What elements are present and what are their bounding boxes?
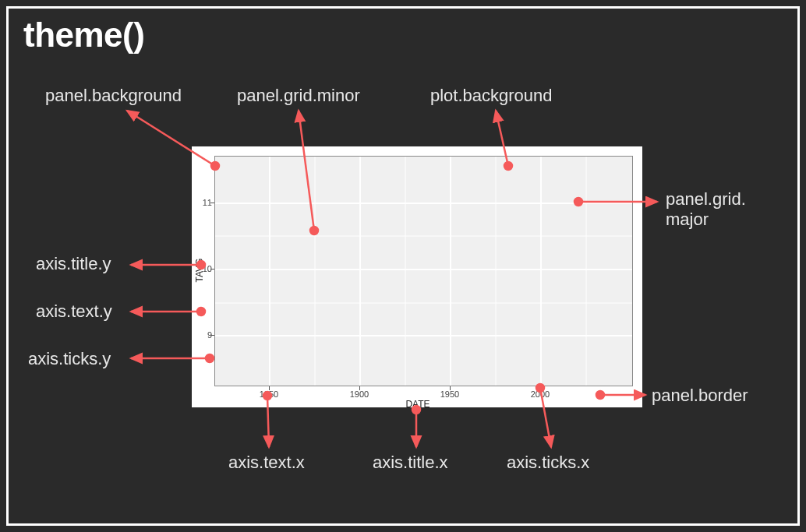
y-tick-label: 11	[193, 198, 212, 207]
x-tick-label: 1850	[255, 389, 283, 399]
label-panel-background: panel.background	[45, 86, 182, 106]
y-tick-label: 9	[193, 330, 212, 340]
label-panel-grid-minor: panel.grid.minor	[237, 86, 360, 106]
x-tick-label: 1950	[436, 389, 464, 399]
panel-grid	[215, 157, 632, 386]
x-tick-mark	[359, 386, 360, 390]
label-axis-title-y: axis.title.y	[36, 254, 111, 274]
x-axis-title: DATE	[394, 399, 441, 410]
diagram-frame: theme() 11 10 9 1850 19	[0, 0, 806, 532]
label-text: panel.grid.	[666, 189, 746, 209]
x-tick-label: 1900	[345, 389, 373, 399]
x-tick-mark	[450, 386, 451, 390]
x-tick-mark	[269, 386, 270, 390]
x-tick-label: 2000	[526, 389, 554, 399]
label-plot-background: plot.background	[430, 86, 553, 106]
x-tick-mark	[540, 386, 541, 390]
page-title: theme()	[23, 16, 144, 55]
label-panel-grid-major: panel.grid. major	[666, 189, 746, 231]
label-axis-text-y: axis.text.y	[36, 301, 112, 322]
label-axis-title-x: axis.title.x	[373, 453, 448, 473]
label-axis-text-x: axis.text.x	[228, 453, 305, 473]
y-axis-title: TAVG	[194, 259, 205, 283]
label-axis-ticks-y: axis.ticks.y	[28, 349, 111, 369]
y-tick-mark	[210, 335, 214, 336]
panel-background	[214, 156, 633, 386]
label-panel-border: panel.border	[652, 386, 748, 406]
label-text: major	[666, 210, 709, 229]
y-tick-mark	[210, 269, 214, 270]
label-axis-ticks-x: axis.ticks.x	[507, 453, 589, 473]
y-tick-mark	[210, 203, 214, 203]
